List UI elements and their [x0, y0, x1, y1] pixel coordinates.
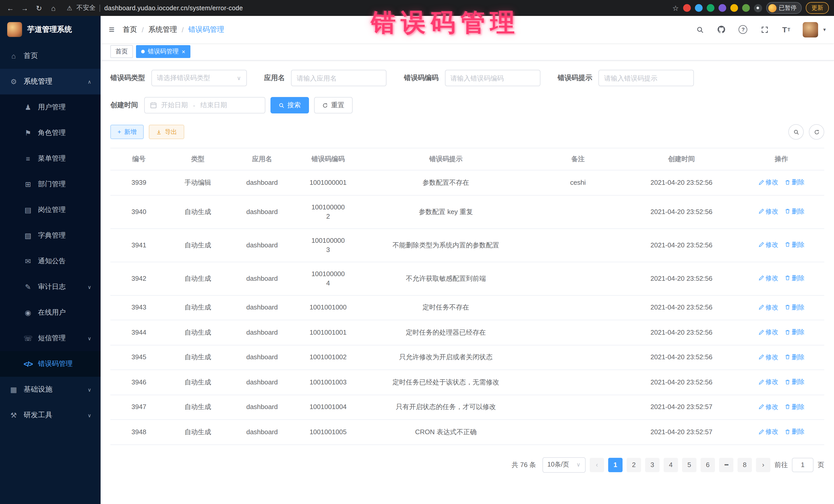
sidebar-logo[interactable]: 芋道管理系统 [0, 16, 101, 43]
address-bar[interactable]: ⚠ 不安全 dashboard.yudao.iocoder.cn/system/… [67, 4, 243, 12]
browser-forward-icon[interactable]: → [20, 3, 30, 13]
sidebar-item-department-management[interactable]: ⊞ 部门管理 [0, 171, 101, 197]
edit-link[interactable]: 修改 [758, 273, 778, 283]
browser-update-button[interactable]: 更新 [806, 2, 829, 14]
prev-page-button[interactable]: ‹ [590, 458, 604, 472]
browser-home-icon[interactable]: ⌂ [48, 3, 59, 13]
delete-link[interactable]: 删除 [785, 427, 805, 436]
page-button-2[interactable]: 2 [627, 458, 641, 472]
not-secure-warning-icon: ⚠ [67, 4, 72, 12]
app-name-input[interactable] [291, 70, 387, 86]
delete-link[interactable]: 删除 [785, 352, 805, 361]
sidebar-collapse-icon[interactable]: ≡ [109, 24, 114, 35]
delete-link[interactable]: 删除 [785, 303, 805, 312]
bookmark-star-icon[interactable]: ☆ [672, 4, 679, 12]
breadcrumb-system[interactable]: 系统管理 [148, 25, 177, 34]
extension-icon-blue[interactable] [695, 4, 702, 12]
page-button-8[interactable]: 8 [738, 458, 752, 472]
pinned-extension-icon[interactable] [754, 4, 762, 12]
sidebar-item-dict-management[interactable]: ▧ 字典管理 [0, 223, 101, 248]
extension-icon-red[interactable] [683, 4, 690, 12]
cell-code: 100100000 3 [296, 228, 360, 262]
page-button-3[interactable]: 3 [645, 458, 659, 472]
refresh-table-button[interactable] [809, 124, 824, 139]
delete-link[interactable]: 删除 [785, 178, 805, 187]
filter-error-message: 错误码提示 [557, 70, 694, 86]
extension-icon-purple[interactable] [718, 4, 726, 12]
extension-icon-leaf[interactable] [742, 4, 750, 12]
show-search-toggle-button[interactable] [788, 124, 804, 139]
more-pages-button[interactable]: ••• [719, 458, 733, 472]
sidebar-item-sms-management[interactable]: ☏ 短信管理 ∨ [0, 325, 101, 351]
sidebar-item-user-management[interactable]: ♟ 用户管理 [0, 94, 101, 120]
cell-code: 1001001003 [296, 370, 360, 395]
sidebar-item-system-management[interactable]: ⚙ 系统管理 ∧ [0, 69, 101, 94]
fullscreen-icon[interactable] [760, 24, 770, 35]
delete-link[interactable]: 删除 [785, 377, 805, 387]
not-secure-label: 不安全 [76, 4, 96, 12]
book-icon: ▧ [24, 232, 32, 240]
edit-link[interactable]: 修改 [758, 178, 778, 187]
user-avatar[interactable] [803, 22, 818, 37]
tab-home[interactable]: 首页 [110, 45, 133, 58]
sidebar-item-audit-log[interactable]: ✎ 审计日志 ∨ [0, 274, 101, 300]
tab-label: 错误码管理 [148, 47, 179, 56]
font-size-icon[interactable]: TT [781, 24, 791, 35]
extension-icon-yellow[interactable] [730, 4, 738, 12]
goto-page-input[interactable] [792, 458, 813, 472]
next-page-button[interactable]: › [756, 458, 770, 472]
browser-back-icon[interactable]: ← [5, 3, 15, 13]
edit-link[interactable]: 修改 [758, 240, 778, 249]
search-button[interactable]: 搜索 [270, 97, 309, 113]
edit-link[interactable]: 修改 [758, 327, 778, 337]
browser-reload-icon[interactable]: ↻ [34, 3, 44, 13]
cell-type: 自动生成 [168, 370, 228, 395]
edit-link[interactable]: 修改 [758, 427, 778, 436]
export-button[interactable]: 导出 [149, 125, 184, 139]
page-button-5[interactable]: 5 [682, 458, 697, 472]
search-icon[interactable] [695, 24, 705, 35]
sidebar-item-menu-management[interactable]: ≡ 菜单管理 [0, 146, 101, 171]
edit-link[interactable]: 修改 [758, 377, 778, 387]
page-button-1[interactable]: 1 [608, 458, 622, 472]
error-code-input[interactable] [445, 70, 540, 86]
sidebar-item-infrastructure[interactable]: ▦ 基础设施 ∨ [0, 377, 101, 402]
table-toolbar: + 新增 导出 [110, 124, 824, 139]
sidebar-item-error-code-management[interactable]: </> 错误码管理 [0, 351, 101, 377]
cell-message: CRON 表达式不正确 [360, 420, 532, 444]
extension-icon-green[interactable] [706, 4, 714, 12]
delete-link[interactable]: 删除 [785, 273, 805, 283]
edit-link[interactable]: 修改 [758, 402, 778, 411]
delete-link[interactable]: 删除 [785, 207, 805, 216]
edit-link[interactable]: 修改 [758, 303, 778, 312]
error-message-input[interactable] [598, 70, 694, 86]
help-icon[interactable]: ? [738, 24, 748, 35]
page-size-select[interactable]: 10条/页 ∨ [542, 457, 586, 473]
edit-link[interactable]: 修改 [758, 207, 778, 216]
github-icon[interactable] [717, 24, 727, 35]
reset-button-label: 重置 [331, 101, 344, 110]
sidebar-item-dev-tools[interactable]: ⚒ 研发工具 ∨ [0, 402, 101, 428]
sidebar-item-role-management[interactable]: ⚑ 角色管理 [0, 120, 101, 146]
date-range-picker[interactable]: 开始日期 - 结束日期 [144, 97, 265, 113]
sidebar-item-home[interactable]: ⌂ 首页 [0, 43, 101, 69]
page-button-4[interactable]: 4 [664, 458, 678, 472]
page-button-6[interactable]: 6 [701, 458, 715, 472]
profile-paused-badge[interactable]: 已暂停 [766, 2, 802, 14]
edit-link[interactable]: 修改 [758, 352, 778, 361]
role-icon: ⚑ [24, 129, 32, 137]
sidebar-item-notice[interactable]: ✉ 通知公告 [0, 248, 101, 274]
delete-link[interactable]: 删除 [785, 402, 805, 411]
tab-error-code-management[interactable]: 错误码管理 × [136, 45, 191, 58]
add-button[interactable]: + 新增 [110, 125, 144, 139]
sidebar-item-label: 首页 [24, 51, 38, 61]
sidebar-item-online-users[interactable]: ◉ 在线用户 [0, 300, 101, 325]
breadcrumb-home[interactable]: 首页 [123, 25, 137, 34]
error-code-type-select[interactable]: 请选择错误码类型 ∨ [151, 70, 247, 86]
delete-link[interactable]: 删除 [785, 240, 805, 249]
reset-button[interactable]: 重置 [314, 97, 353, 113]
close-icon[interactable]: × [182, 48, 185, 54]
avatar-caret-icon: ▾ [823, 27, 826, 32]
delete-link[interactable]: 删除 [785, 327, 805, 337]
sidebar-item-post-management[interactable]: ▤ 岗位管理 [0, 197, 101, 223]
